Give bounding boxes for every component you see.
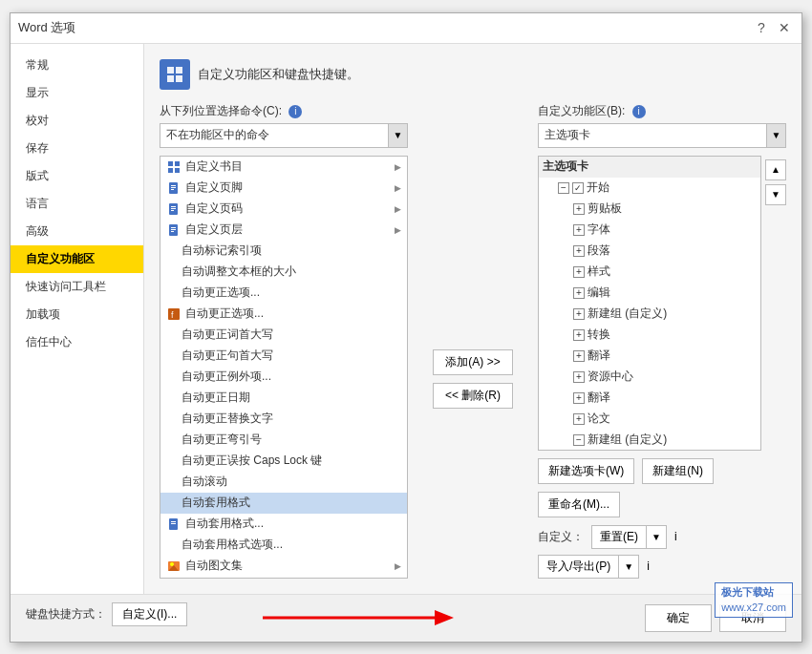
tree-item[interactable]: 主选项卡	[539, 157, 760, 178]
customize-icon	[160, 59, 190, 90]
sidebar: 常规显示校对保存版式语言高级自定义功能区快速访问工具栏加载项信任中心	[11, 44, 144, 594]
sidebar-item-高级[interactable]: 高级	[11, 218, 143, 245]
list-item[interactable]: 自定义页脚 ▶	[160, 178, 407, 199]
svg-rect-19	[171, 231, 174, 232]
tree-item[interactable]: +剪贴板	[539, 199, 760, 220]
tree-item[interactable]: +翻译	[539, 346, 760, 367]
left-list-box[interactable]: 自定义书目 ▶自定义页脚 ▶自定义页码 ▶自定义页层 ▶自动标记索引项自动调整文…	[160, 156, 408, 579]
left-panel: 从下列位置选择命令(C): i 不在功能区中的命令 ▼ 自定义书目 ▶自定义页脚…	[160, 103, 408, 579]
tree-item[interactable]: +段落	[539, 241, 760, 262]
customize-keyboard-button[interactable]: 自定义(I)...	[112, 602, 187, 626]
sidebar-item-加载项[interactable]: 加载项	[11, 301, 143, 328]
list-item[interactable]: 自定义书目 ▶	[160, 157, 407, 178]
left-info-icon[interactable]: i	[288, 105, 302, 118]
right-dropdown[interactable]: 主选项卡 ▼	[538, 123, 786, 148]
list-item[interactable]: 自动滚动	[160, 472, 407, 493]
tree-item[interactable]: −新建组 (自定义)	[539, 430, 760, 451]
word-options-dialog: Word 选项 ? ✕ 常规显示校对保存版式语言高级自定义功能区快速访问工具栏加…	[10, 12, 802, 643]
list-item[interactable]: 自动更正例外项...	[160, 367, 407, 388]
dialog-footer: 键盘快捷方式： 自定义(I)... 确定 取消	[11, 594, 801, 642]
import-export-button-arrow[interactable]: ▼	[619, 556, 638, 578]
dialog-title: Word 选项	[18, 19, 75, 36]
reset-button-main[interactable]: 重置(E)	[592, 526, 647, 548]
import-export-info-icon[interactable]: i	[647, 559, 650, 573]
close-button[interactable]: ✕	[775, 18, 794, 37]
list-item[interactable]: 自动更正弯引号	[160, 430, 407, 451]
new-tab-button[interactable]: 新建选项卡(W)	[538, 458, 634, 484]
sidebar-item-常规[interactable]: 常规	[11, 52, 143, 79]
keyboard-row: 键盘快捷方式： 自定义(I)...	[26, 602, 187, 626]
sidebar-item-自定义功能区[interactable]: 自定义功能区	[11, 245, 143, 273]
sidebar-item-快速访问工具栏[interactable]: 快速访问工具栏	[11, 273, 143, 301]
list-item[interactable]: 自动标记索引项	[160, 241, 407, 262]
list-item[interactable]: 自定义页码 ▶	[160, 199, 407, 220]
sidebar-item-版式[interactable]: 版式	[11, 162, 143, 190]
svg-rect-23	[171, 521, 176, 522]
list-item[interactable]: 自动更正替换文字	[160, 409, 407, 430]
right-panel: 自定义功能区(B): i 主选项卡 ▼ 主选项卡−开始+剪贴板+字体+段落+样式…	[538, 103, 786, 579]
right-dropdown-arrow[interactable]: ▼	[766, 124, 785, 147]
right-info-icon[interactable]: i	[632, 105, 646, 118]
svg-rect-10	[171, 187, 176, 188]
list-item[interactable]: 自动套用格式选项...	[160, 535, 407, 556]
tree-item[interactable]: +编辑	[539, 283, 760, 304]
tree-item[interactable]: +转换	[539, 325, 760, 346]
list-item[interactable]: f自动更正选项...	[160, 304, 407, 325]
tree-item[interactable]: +资源中心	[539, 367, 760, 388]
list-item[interactable]: 自动更正词首大写	[160, 325, 407, 346]
list-item[interactable]: 自动套用格式...	[160, 514, 407, 535]
list-item[interactable]: 自动更正日期	[160, 388, 407, 409]
sidebar-item-语言[interactable]: 语言	[11, 190, 143, 218]
svg-rect-4	[168, 161, 173, 166]
new-group-button[interactable]: 新建组(N)	[642, 458, 714, 484]
help-button[interactable]: ?	[752, 18, 771, 37]
right-list-box[interactable]: 主选项卡−开始+剪贴板+字体+段落+样式+编辑+新建组 (自定义)+转换+翻译+…	[538, 156, 761, 451]
list-item[interactable]: 自动套用格式	[160, 493, 407, 514]
tree-item[interactable]: +翻译	[539, 388, 760, 409]
svg-rect-24	[171, 523, 176, 524]
sidebar-item-保存[interactable]: 保存	[11, 135, 143, 162]
svg-rect-20	[168, 308, 180, 320]
add-button[interactable]: 添加(A) >>	[433, 349, 512, 375]
sidebar-item-信任中心[interactable]: 信任中心	[11, 328, 143, 356]
reset-split-button[interactable]: 重置(E) ▼	[591, 525, 667, 549]
tree-item[interactable]: +样式	[539, 262, 760, 283]
svg-rect-6	[168, 168, 173, 173]
svg-rect-5	[175, 161, 180, 166]
left-dropdown[interactable]: 不在功能区中的命令 ▼	[160, 123, 408, 148]
svg-rect-3	[176, 75, 182, 82]
right-panel-label: 自定义功能区(B): i	[538, 103, 786, 119]
left-dropdown-arrow[interactable]: ▼	[388, 124, 407, 147]
scroll-down-button[interactable]: ▼	[765, 184, 786, 205]
rename-button[interactable]: 重命名(M)...	[538, 492, 620, 517]
tree-item[interactable]: +论文	[539, 409, 760, 430]
list-item[interactable]: 自动图文集 ▶	[160, 556, 407, 577]
list-item[interactable]: 自由曲线	[160, 577, 407, 579]
scroll-up-button[interactable]: ▲	[765, 159, 786, 180]
section-title: 自定义功能区和键盘快捷键。	[198, 66, 359, 83]
import-export-split-button[interactable]: 导入/导出(P) ▼	[538, 555, 639, 579]
item-icon	[166, 180, 182, 196]
tree-item[interactable]: +字体	[539, 220, 760, 241]
tree-item[interactable]: +新建组 (自定义)	[539, 304, 760, 325]
import-export-button-main[interactable]: 导入/导出(P)	[539, 556, 619, 578]
svg-rect-0	[167, 67, 174, 74]
title-bar: Word 选项 ? ✕	[11, 13, 801, 44]
ok-button[interactable]: 确定	[645, 604, 712, 632]
list-item[interactable]: 自动更正句首大写	[160, 346, 407, 367]
list-item[interactable]: 自定义页层 ▶	[160, 220, 407, 241]
svg-rect-9	[171, 185, 176, 186]
list-item[interactable]: 自动调整文本框的大小	[160, 262, 407, 283]
sidebar-item-显示[interactable]: 显示	[11, 79, 143, 107]
list-item[interactable]: 自动更正误按 Caps Lock 键	[160, 451, 407, 472]
two-columns: 从下列位置选择命令(C): i 不在功能区中的命令 ▼ 自定义书目 ▶自定义页脚…	[160, 103, 786, 579]
customization-label: 自定义：	[538, 529, 584, 545]
remove-button[interactable]: << 删除(R)	[433, 383, 513, 409]
reset-button-arrow[interactable]: ▼	[647, 526, 666, 548]
sidebar-item-校对[interactable]: 校对	[11, 107, 143, 135]
tree-item[interactable]: −开始	[539, 178, 760, 199]
customization-row: 自定义： 重置(E) ▼ i	[538, 525, 786, 549]
svg-rect-2	[167, 75, 174, 82]
customization-info-icon[interactable]: i	[674, 530, 677, 543]
list-item[interactable]: 自动更正选项...	[160, 283, 407, 304]
